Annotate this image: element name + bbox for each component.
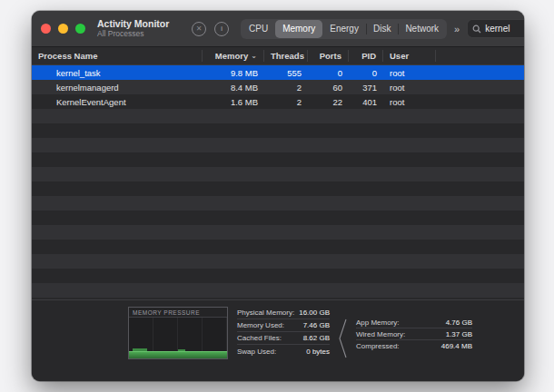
table-row-empty <box>32 254 524 269</box>
table-row-empty <box>32 240 524 254</box>
tab-energy[interactable]: Energy <box>322 20 366 38</box>
table-row[interactable]: KernelEventAgent 1.6 MB 2 22 401 root <box>32 94 524 109</box>
table-row-empty <box>32 181 524 196</box>
pid-cell: 371 <box>349 83 383 93</box>
table-row-empty <box>32 225 524 240</box>
stat-row: Memory Used: 7.46 GB <box>237 319 330 332</box>
info-icon: i <box>221 24 223 33</box>
stat-label: Physical Memory: <box>237 309 294 317</box>
stat-row: Cached Files: 8.62 GB <box>237 332 330 345</box>
memory-pressure-graph <box>129 318 227 358</box>
activity-monitor-window: Activity Monitor All Processes ✕ i CPUMe… <box>32 11 524 381</box>
memory-cell: 8.4 MB <box>203 83 264 93</box>
table-row-empty <box>32 196 524 211</box>
column-header-filler <box>436 50 524 62</box>
stat-label: Memory Used: <box>237 321 284 329</box>
tab-network[interactable]: Network <box>398 20 446 38</box>
pressure-graph-fill <box>129 351 227 358</box>
column-header-pid[interactable]: PID <box>349 50 383 62</box>
process-name-cell: kernel_task <box>32 68 203 78</box>
memory-pressure-label: MEMORY PRESSURE <box>129 308 227 318</box>
memory-cell: 9.8 MB <box>203 68 264 78</box>
stat-label: Swap Used: <box>237 348 276 356</box>
column-header-ports[interactable]: Ports <box>308 50 349 62</box>
table-row-empty <box>32 283 524 298</box>
stat-value: 1.37 GB <box>446 330 472 338</box>
table-row-empty <box>32 269 524 283</box>
tab-memory[interactable]: Memory <box>275 20 322 38</box>
user-cell: root <box>383 97 436 107</box>
table-row-empty <box>32 138 524 152</box>
process-table-body: kernel_task 9.8 MB 555 0 0 root kernelma… <box>32 65 524 299</box>
search-icon <box>472 24 481 34</box>
ports-cell: 22 <box>308 97 349 107</box>
column-header-user[interactable]: User <box>383 50 436 62</box>
column-header-threads[interactable]: Threads <box>264 50 308 62</box>
table-row[interactable]: kernel_task 9.8 MB 555 0 0 root <box>32 65 524 80</box>
threads-cell: 2 <box>264 83 308 93</box>
view-switcher: CPUMemoryEnergyDiskNetwork <box>241 19 447 39</box>
stat-value: 7.46 GB <box>303 321 330 329</box>
memory-cell: 1.6 MB <box>203 97 264 107</box>
process-name-cell: kernelmanagerd <box>32 83 203 93</box>
threads-cell: 555 <box>264 68 308 78</box>
stat-label: App Memory: <box>356 318 400 327</box>
stat-row: Wired Memory: 1.37 GB <box>356 328 472 340</box>
close-button[interactable] <box>41 24 51 34</box>
toolbar-overflow-chevron-icon[interactable]: » <box>454 24 460 34</box>
stat-label: Compressed: <box>356 342 400 350</box>
column-header-process-name[interactable]: Process Name <box>32 50 203 62</box>
search-input[interactable] <box>485 24 524 34</box>
search-field[interactable]: ✕ <box>467 19 524 38</box>
table-row[interactable]: kernelmanagerd 8.4 MB 2 60 371 root <box>32 80 524 94</box>
user-cell: root <box>383 83 436 93</box>
stat-row: Swap Used: 0 bytes <box>237 345 330 358</box>
stat-row: Physical Memory: 16.00 GB <box>237 307 330 319</box>
table-row-empty <box>32 211 524 225</box>
tab-disk[interactable]: Disk <box>366 20 398 38</box>
table-header: Process Name Memory ⌄ Threads Ports PID … <box>32 47 524 65</box>
table-row-empty <box>32 167 524 181</box>
title-block: Activity Monitor All Processes <box>97 19 192 38</box>
stat-value: 16.00 GB <box>299 309 330 317</box>
quit-process-icon: ✕ <box>196 24 203 33</box>
stat-row: App Memory: 4.76 GB <box>356 317 472 328</box>
stat-row: Compressed: 469.4 MB <box>356 340 472 352</box>
table-row-empty <box>32 109 524 123</box>
stat-value: 8.62 GB <box>303 334 330 342</box>
breakdown-stats-table: App Memory: 4.76 GB Wired Memory: 1.37 G… <box>356 317 472 352</box>
user-cell: root <box>383 68 436 78</box>
sort-chevron-icon: ⌄ <box>251 50 257 62</box>
pid-cell: 401 <box>349 97 383 107</box>
memory-pressure-box: MEMORY PRESSURE <box>128 307 228 359</box>
stat-label: Cached Files: <box>237 334 282 342</box>
table-row-empty <box>32 152 524 167</box>
stat-value: 4.76 GB <box>446 318 472 327</box>
table-row-empty <box>32 123 524 138</box>
process-name-cell: KernelEventAgent <box>32 97 203 107</box>
breakdown-brace-icon <box>339 318 347 358</box>
toolbar: Activity Monitor All Processes ✕ i CPUMe… <box>32 11 524 47</box>
ports-cell: 0 <box>308 68 349 78</box>
stat-label: Wired Memory: <box>356 330 405 338</box>
threads-cell: 2 <box>264 97 308 107</box>
zoom-button[interactable] <box>75 24 85 34</box>
memory-stats-table: Physical Memory: 16.00 GB Memory Used: 7… <box>237 307 330 358</box>
traffic-lights <box>41 24 85 34</box>
pid-cell: 0 <box>349 68 383 78</box>
quit-process-button[interactable]: ✕ <box>192 22 206 36</box>
inspect-process-button[interactable]: i <box>214 22 229 36</box>
column-header-memory[interactable]: Memory ⌄ <box>203 50 264 62</box>
stat-value: 469.4 MB <box>441 342 472 350</box>
minimize-button[interactable] <box>58 24 68 34</box>
window-title: Activity Monitor <box>97 19 192 30</box>
tab-cpu[interactable]: CPU <box>242 20 275 38</box>
ports-cell: 60 <box>308 83 349 93</box>
memory-footer-panel: MEMORY PRESSURE Physical Memory: 16.00 G… <box>32 299 524 381</box>
window-subtitle: All Processes <box>97 30 192 39</box>
stat-value: 0 bytes <box>306 348 330 356</box>
